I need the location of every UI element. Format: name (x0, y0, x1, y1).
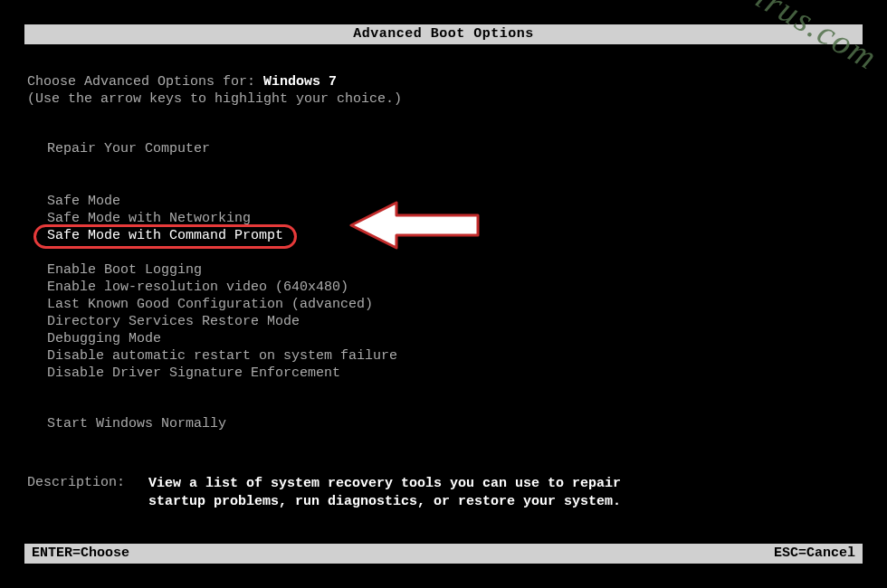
footer-esc: ESC=Cancel (774, 545, 855, 561)
menu-disable-driver-sig[interactable]: Disable Driver Signature Enforcement (47, 365, 340, 381)
window-title: Advanced Boot Options (353, 26, 534, 42)
instruction-text: (Use the arrow keys to highlight your ch… (27, 91, 402, 107)
svg-marker-0 (351, 203, 478, 248)
title-bar: Advanced Boot Options (24, 24, 863, 44)
os-name: Windows 7 (263, 74, 337, 90)
prompt-prefix: Choose Advanced Options for: (27, 74, 263, 90)
choose-prompt: Choose Advanced Options for: Windows 7 (27, 74, 337, 90)
footer-bar: ENTER=Choose ESC=Cancel (24, 544, 863, 564)
pointer-arrow-icon (342, 194, 487, 257)
menu-safe-mode[interactable]: Safe Mode (47, 194, 120, 209)
menu-last-known-good[interactable]: Last Known Good Configuration (advanced) (47, 297, 373, 312)
description-text: View a list of system recovery tools you… (148, 475, 655, 510)
menu-start-normally[interactable]: Start Windows Normally (47, 416, 226, 432)
menu-ds-restore[interactable]: Directory Services Restore Mode (47, 314, 300, 329)
menu-debugging[interactable]: Debugging Mode (47, 331, 161, 346)
description-label: Description: (27, 475, 125, 490)
menu-repair-computer[interactable]: Repair Your Computer (47, 141, 210, 156)
menu-safe-mode-cmd-container[interactable]: Safe Mode with Command Prompt (47, 224, 297, 249)
menu-disable-auto-restart[interactable]: Disable automatic restart on system fail… (47, 348, 397, 364)
menu-safe-mode-cmd[interactable]: Safe Mode with Command Prompt (33, 224, 297, 249)
menu-boot-logging[interactable]: Enable Boot Logging (47, 262, 202, 278)
footer-enter: ENTER=Choose (32, 545, 129, 561)
menu-low-res-video[interactable]: Enable low-resolution video (640x480) (47, 280, 348, 295)
